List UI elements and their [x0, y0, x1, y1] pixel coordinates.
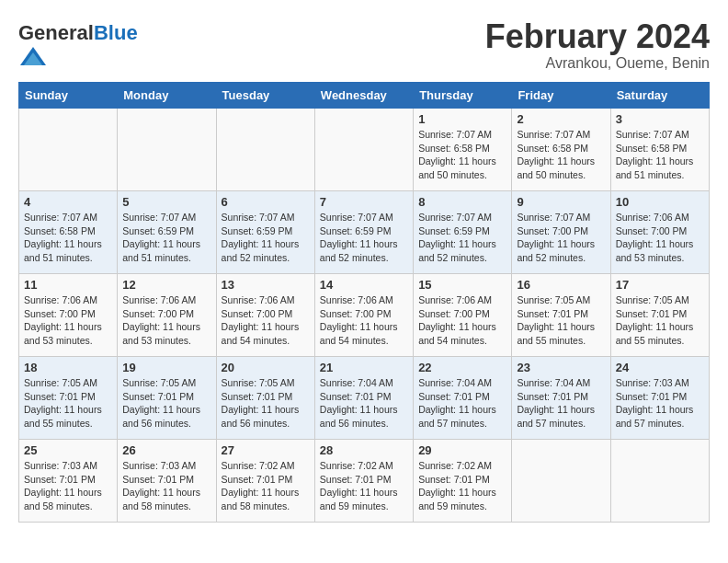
day-number: 10: [616, 195, 704, 209]
calendar-week-row: 4Sunrise: 7:07 AM Sunset: 6:58 PM Daylig…: [19, 191, 710, 274]
day-info: Sunrise: 7:04 AM Sunset: 7:01 PM Dayligh…: [517, 376, 605, 431]
calendar-cell: 13Sunrise: 7:06 AM Sunset: 7:00 PM Dayli…: [216, 274, 314, 357]
calendar-cell: 1Sunrise: 7:07 AM Sunset: 6:58 PM Daylig…: [414, 109, 512, 191]
calendar-cell: 24Sunrise: 7:03 AM Sunset: 7:01 PM Dayli…: [610, 357, 709, 440]
calendar-cell: 22Sunrise: 7:04 AM Sunset: 7:01 PM Dayli…: [414, 357, 512, 440]
calendar-cell: 18Sunrise: 7:05 AM Sunset: 7:01 PM Dayli…: [19, 357, 118, 440]
calendar-cell: 7Sunrise: 7:07 AM Sunset: 6:59 PM Daylig…: [314, 191, 413, 274]
day-info: Sunrise: 7:07 AM Sunset: 6:58 PM Dayligh…: [616, 128, 704, 182]
calendar-week-row: 1Sunrise: 7:07 AM Sunset: 6:58 PM Daylig…: [19, 109, 710, 191]
day-info: Sunrise: 7:07 AM Sunset: 6:59 PM Dayligh…: [122, 211, 210, 265]
day-info: Sunrise: 7:07 AM Sunset: 6:59 PM Dayligh…: [222, 211, 310, 265]
day-number: 11: [24, 278, 112, 292]
day-info: Sunrise: 7:06 AM Sunset: 7:00 PM Dayligh…: [616, 211, 704, 265]
day-number: 20: [222, 361, 310, 374]
calendar-cell: 17Sunrise: 7:05 AM Sunset: 7:01 PM Dayli…: [610, 274, 709, 357]
title-block: February 2024 Avrankou, Oueme, Benin: [485, 18, 710, 72]
day-number: 16: [517, 278, 605, 292]
calendar-cell: 28Sunrise: 7:02 AM Sunset: 7:01 PM Dayli…: [314, 440, 413, 523]
calendar-cell: 23Sunrise: 7:04 AM Sunset: 7:01 PM Dayli…: [512, 357, 610, 440]
calendar-cell: 8Sunrise: 7:07 AM Sunset: 6:59 PM Daylig…: [414, 191, 512, 274]
calendar-cell: [216, 109, 314, 191]
day-info: Sunrise: 7:05 AM Sunset: 7:01 PM Dayligh…: [616, 293, 704, 348]
day-info: Sunrise: 7:07 AM Sunset: 6:58 PM Dayligh…: [418, 128, 506, 182]
day-number: 5: [122, 195, 210, 209]
calendar-cell: 19Sunrise: 7:05 AM Sunset: 7:01 PM Dayli…: [118, 357, 216, 440]
calendar-week-row: 25Sunrise: 7:03 AM Sunset: 7:01 PM Dayli…: [19, 440, 710, 523]
calendar-cell: [610, 440, 709, 523]
page-title: February 2024: [485, 18, 710, 55]
calendar-week-row: 18Sunrise: 7:05 AM Sunset: 7:01 PM Dayli…: [19, 357, 710, 440]
calendar-cell: 15Sunrise: 7:06 AM Sunset: 7:00 PM Dayli…: [414, 274, 512, 357]
calendar-cell: 6Sunrise: 7:07 AM Sunset: 6:59 PM Daylig…: [216, 191, 314, 274]
day-number: 26: [122, 443, 210, 457]
day-info: Sunrise: 7:03 AM Sunset: 7:01 PM Dayligh…: [616, 376, 704, 431]
day-number: 14: [320, 278, 408, 292]
calendar-cell: 2Sunrise: 7:07 AM Sunset: 6:58 PM Daylig…: [512, 109, 610, 191]
day-number: 15: [418, 278, 506, 292]
header-friday: Friday: [512, 83, 610, 109]
calendar-cell: 10Sunrise: 7:06 AM Sunset: 7:00 PM Dayli…: [610, 191, 709, 274]
calendar-cell: 29Sunrise: 7:02 AM Sunset: 7:01 PM Dayli…: [414, 440, 512, 523]
day-info: Sunrise: 7:05 AM Sunset: 7:01 PM Dayligh…: [222, 376, 310, 431]
day-info: Sunrise: 7:07 AM Sunset: 6:59 PM Dayligh…: [418, 211, 506, 265]
day-info: Sunrise: 7:05 AM Sunset: 7:01 PM Dayligh…: [24, 376, 112, 431]
day-number: 7: [320, 195, 408, 209]
day-info: Sunrise: 7:02 AM Sunset: 7:01 PM Dayligh…: [222, 459, 310, 513]
day-number: 21: [320, 361, 408, 374]
day-number: 2: [517, 112, 605, 126]
day-number: 3: [616, 112, 704, 126]
day-number: 28: [320, 443, 408, 457]
day-number: 25: [24, 443, 112, 457]
day-info: Sunrise: 7:03 AM Sunset: 7:01 PM Dayligh…: [24, 459, 112, 513]
day-info: Sunrise: 7:03 AM Sunset: 7:01 PM Dayligh…: [122, 459, 210, 513]
calendar-cell: 27Sunrise: 7:02 AM Sunset: 7:01 PM Dayli…: [216, 440, 314, 523]
day-info: Sunrise: 7:07 AM Sunset: 6:58 PM Dayligh…: [517, 128, 605, 182]
calendar-cell: 26Sunrise: 7:03 AM Sunset: 7:01 PM Dayli…: [118, 440, 216, 523]
day-info: Sunrise: 7:06 AM Sunset: 7:00 PM Dayligh…: [122, 293, 210, 348]
day-info: Sunrise: 7:06 AM Sunset: 7:00 PM Dayligh…: [222, 293, 310, 348]
header-sunday: Sunday: [19, 83, 118, 109]
day-info: Sunrise: 7:06 AM Sunset: 7:00 PM Dayligh…: [320, 293, 408, 348]
logo-general-text: General: [18, 21, 94, 44]
day-number: 12: [122, 278, 210, 292]
day-info: Sunrise: 7:05 AM Sunset: 7:01 PM Dayligh…: [122, 376, 210, 431]
day-number: 29: [418, 443, 506, 457]
day-info: Sunrise: 7:02 AM Sunset: 7:01 PM Dayligh…: [320, 459, 408, 513]
day-number: 4: [24, 195, 112, 209]
calendar-cell: [19, 109, 118, 191]
calendar-cell: 4Sunrise: 7:07 AM Sunset: 6:58 PM Daylig…: [19, 191, 118, 274]
calendar-cell: 20Sunrise: 7:05 AM Sunset: 7:01 PM Dayli…: [216, 357, 314, 440]
calendar-cell: 11Sunrise: 7:06 AM Sunset: 7:00 PM Dayli…: [19, 274, 118, 357]
calendar-cell: 3Sunrise: 7:07 AM Sunset: 6:58 PM Daylig…: [610, 109, 709, 191]
calendar-week-row: 11Sunrise: 7:06 AM Sunset: 7:00 PM Dayli…: [19, 274, 710, 357]
calendar-header-row: SundayMondayTuesdayWednesdayThursdayFrid…: [19, 83, 710, 109]
day-info: Sunrise: 7:07 AM Sunset: 6:58 PM Dayligh…: [24, 211, 112, 265]
day-number: 6: [222, 195, 310, 209]
page-subtitle: Avrankou, Oueme, Benin: [485, 55, 710, 72]
day-info: Sunrise: 7:07 AM Sunset: 6:59 PM Dayligh…: [320, 211, 408, 265]
day-info: Sunrise: 7:04 AM Sunset: 7:01 PM Dayligh…: [320, 376, 408, 431]
calendar-cell: 16Sunrise: 7:05 AM Sunset: 7:01 PM Dayli…: [512, 274, 610, 357]
day-number: 13: [222, 278, 310, 292]
logo-blue-text: Blue: [94, 21, 138, 44]
day-info: Sunrise: 7:07 AM Sunset: 7:00 PM Dayligh…: [517, 211, 605, 265]
day-info: Sunrise: 7:04 AM Sunset: 7:01 PM Dayligh…: [418, 376, 506, 431]
calendar-cell: [314, 109, 413, 191]
logo-icon: [20, 43, 46, 69]
calendar-cell: 14Sunrise: 7:06 AM Sunset: 7:00 PM Dayli…: [314, 274, 413, 357]
page-header: GeneralBlue February 2024 Avrankou, Ouem…: [18, 18, 710, 73]
day-number: 18: [24, 361, 112, 374]
calendar-cell: 25Sunrise: 7:03 AM Sunset: 7:01 PM Dayli…: [19, 440, 118, 523]
calendar-table: SundayMondayTuesdayWednesdayThursdayFrid…: [18, 82, 710, 523]
logo: GeneralBlue: [18, 23, 138, 73]
day-number: 8: [418, 195, 506, 209]
day-number: 19: [122, 361, 210, 374]
day-number: 9: [517, 195, 605, 209]
header-thursday: Thursday: [414, 83, 512, 109]
day-number: 1: [418, 112, 506, 126]
header-wednesday: Wednesday: [314, 83, 413, 109]
day-number: 17: [616, 278, 704, 292]
calendar-cell: 12Sunrise: 7:06 AM Sunset: 7:00 PM Dayli…: [118, 274, 216, 357]
calendar-cell: [512, 440, 610, 523]
